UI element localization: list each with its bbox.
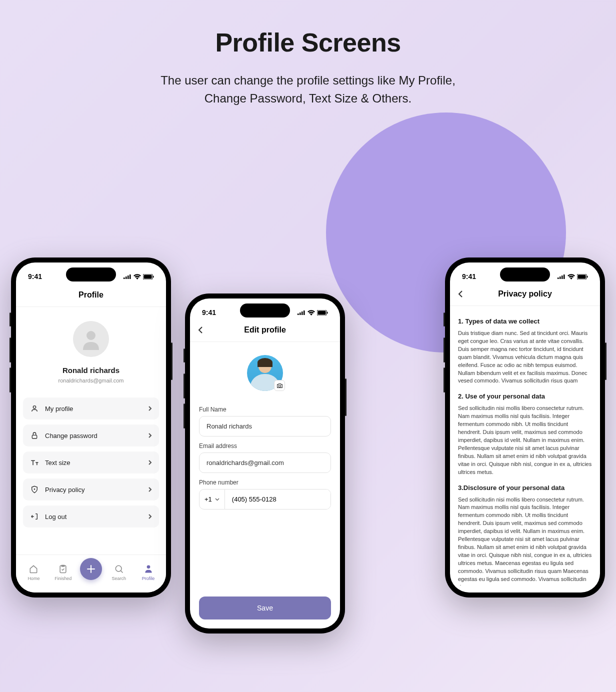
phone-power-button bbox=[171, 342, 172, 380]
svg-point-12 bbox=[116, 566, 122, 572]
phone-mute-button bbox=[10, 312, 11, 326]
section-body: Sed sollicitudin nisi mollis libero cons… bbox=[458, 496, 592, 586]
signal-icon bbox=[124, 274, 132, 279]
svg-point-8 bbox=[33, 406, 36, 408]
screen-header: Edit profile bbox=[190, 320, 340, 342]
svg-rect-16 bbox=[302, 312, 303, 315]
user-name: Ronald richards bbox=[16, 366, 166, 374]
phone-mute-button bbox=[444, 312, 445, 326]
subtitle-line-1: The user can change the profile settings… bbox=[160, 74, 456, 87]
phone-input-group: +1 bbox=[199, 489, 331, 510]
nav-label: Profile bbox=[142, 576, 155, 581]
chevron-down-icon bbox=[215, 498, 220, 501]
chevron-right-icon bbox=[148, 514, 152, 520]
phone-volume-down-button bbox=[444, 368, 445, 392]
nav-finished[interactable]: Finished bbox=[50, 564, 76, 581]
nav-search[interactable]: Search bbox=[106, 564, 132, 581]
profile-icon bbox=[136, 564, 161, 574]
menu-item-log-out[interactable]: Log out bbox=[23, 506, 159, 528]
menu-item-label: My profile bbox=[45, 405, 148, 412]
phone-power-button bbox=[605, 342, 606, 380]
page-subtitle: The user can change the profile settings… bbox=[0, 72, 616, 108]
wifi-icon bbox=[568, 274, 575, 280]
battery-icon bbox=[317, 310, 328, 316]
svg-rect-22 bbox=[558, 278, 559, 279]
user-email: ronaldrichards@gmail.com bbox=[16, 378, 166, 384]
status-icons bbox=[558, 274, 588, 280]
screen-title: Privacy policy bbox=[458, 290, 592, 298]
phone-volume-up-button bbox=[444, 338, 445, 362]
svg-point-7 bbox=[86, 331, 96, 340]
svg-point-10 bbox=[34, 489, 34, 490]
menu-item-label: Privacy policy bbox=[45, 486, 148, 494]
notch bbox=[66, 268, 116, 282]
avatar-placeholder bbox=[73, 321, 109, 357]
screen-title: Edit profile bbox=[198, 326, 332, 334]
logout-icon bbox=[30, 512, 39, 520]
plus-icon bbox=[86, 564, 96, 574]
menu-item-my-profile[interactable]: My profile bbox=[23, 398, 159, 420]
country-code-select[interactable]: +1 bbox=[200, 490, 225, 509]
policy-content[interactable]: 1. Types of data we collect Duis tristiq… bbox=[450, 306, 600, 586]
page-header: Profile Screens The user can change the … bbox=[0, 0, 616, 108]
phone-number-input[interactable] bbox=[225, 490, 330, 509]
wifi-icon bbox=[308, 310, 315, 316]
phone-volume-down-button bbox=[184, 404, 185, 428]
status-time: 9:41 bbox=[462, 272, 476, 280]
notch bbox=[500, 268, 550, 282]
svg-rect-6 bbox=[153, 276, 154, 278]
svg-rect-28 bbox=[587, 276, 588, 278]
camera-icon bbox=[276, 382, 283, 388]
section-heading: 3.Disclosure of your personal data bbox=[458, 484, 592, 493]
save-button[interactable]: Save bbox=[199, 596, 331, 620]
phone-power-button bbox=[345, 378, 346, 416]
phone-volume-up-button bbox=[184, 374, 185, 398]
avatar-section bbox=[190, 342, 340, 400]
menu-item-text-size[interactable]: Text size bbox=[23, 452, 159, 474]
svg-rect-17 bbox=[304, 310, 305, 315]
change-photo-button[interactable] bbox=[274, 380, 285, 391]
chevron-right-icon bbox=[148, 406, 152, 412]
menu-item-change-password[interactable]: Change password bbox=[23, 424, 159, 446]
full-name-label: Full Name bbox=[199, 406, 331, 413]
menu-item-privacy-policy[interactable]: Privacy policy bbox=[23, 478, 159, 500]
fab-add-button[interactable] bbox=[80, 558, 102, 580]
email-input[interactable] bbox=[199, 452, 331, 473]
svg-rect-0 bbox=[124, 278, 125, 279]
status-icons bbox=[124, 274, 154, 280]
menu-item-label: Change password bbox=[45, 432, 148, 440]
menu-item-label: Text size bbox=[45, 459, 148, 466]
nav-label: Search bbox=[112, 576, 126, 581]
home-icon bbox=[21, 564, 46, 574]
shield-icon bbox=[30, 486, 39, 494]
signal-icon bbox=[298, 310, 306, 315]
section-heading: 1. Types of data we collect bbox=[458, 317, 592, 326]
screen-title: Profile bbox=[16, 284, 166, 307]
section-body: Sed sollicitudin nisi mollis libero cons… bbox=[458, 404, 592, 476]
text-size-icon bbox=[30, 458, 39, 466]
edit-form: Full Name Email address Phone number +1 bbox=[190, 406, 340, 510]
chevron-right-icon bbox=[148, 460, 152, 466]
svg-rect-14 bbox=[298, 314, 299, 315]
svg-rect-24 bbox=[562, 276, 563, 279]
nav-home[interactable]: Home bbox=[21, 564, 46, 581]
svg-rect-19 bbox=[318, 310, 326, 314]
svg-point-21 bbox=[278, 385, 280, 387]
nav-profile[interactable]: Profile bbox=[136, 564, 161, 581]
phone-privacy-policy: 9:41 Privacy policy 1. Types of data we … bbox=[445, 258, 605, 598]
lock-icon bbox=[30, 432, 39, 440]
chevron-right-icon bbox=[148, 486, 152, 492]
full-name-input[interactable] bbox=[199, 416, 331, 436]
phone-mute-button bbox=[184, 348, 185, 362]
status-time: 9:41 bbox=[202, 308, 216, 316]
svg-rect-27 bbox=[578, 274, 586, 278]
search-icon bbox=[106, 564, 132, 574]
svg-rect-1 bbox=[126, 276, 127, 279]
menu-item-label: Log out bbox=[45, 513, 148, 520]
phone-label: Phone number bbox=[199, 479, 331, 486]
svg-rect-15 bbox=[300, 312, 301, 315]
svg-rect-2 bbox=[128, 276, 129, 279]
section-heading: 2. Use of your personal data bbox=[458, 392, 592, 402]
email-label: Email address bbox=[199, 442, 331, 450]
phone-profile: 9:41 Profile Ronald richards ronaldricha… bbox=[11, 258, 171, 598]
